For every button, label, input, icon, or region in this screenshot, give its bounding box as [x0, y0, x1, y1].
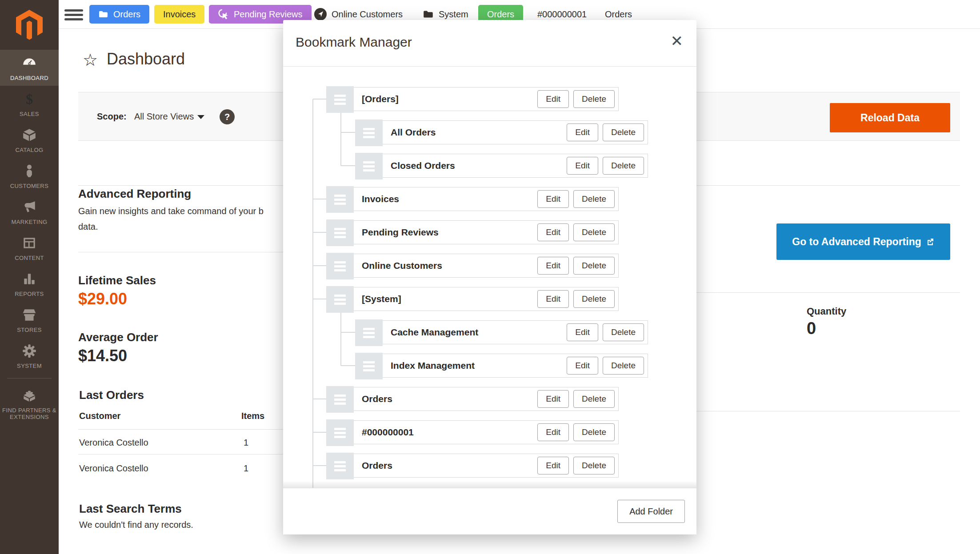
add-folder-button[interactable]: Add Folder [617, 500, 685, 523]
catalog-icon [2, 128, 57, 144]
topbar-item-000000001[interactable]: #000000001 [537, 9, 587, 20]
magento-logo-icon [16, 10, 43, 40]
sidebar: DASHBOARD $ SALES CATALOG CUSTOMERS MARK… [0, 0, 59, 554]
sidebar-item-customers[interactable]: CUSTOMERS [0, 158, 59, 194]
delete-button[interactable]: Delete [603, 124, 644, 141]
advanced-reporting-text-line1: Gain new insights and take command of yo… [78, 206, 264, 216]
topbar-item-system[interactable]: System [423, 8, 468, 20]
drag-handle-icon[interactable] [355, 120, 383, 146]
drag-handle-icon[interactable] [355, 153, 383, 179]
sidebar-item-sales[interactable]: $ SALES [0, 86, 59, 122]
drag-handle-icon[interactable] [326, 453, 354, 479]
bookmark-chip-invoices[interactable]: Invoices [154, 5, 204, 24]
drag-handle-icon[interactable] [326, 186, 354, 213]
average-order-value: $14.50 [78, 347, 127, 365]
drag-handle-icon[interactable] [326, 253, 354, 279]
bookmark-row-actions: Edit Delete [537, 190, 615, 208]
sidebar-item-reports[interactable]: REPORTS [0, 266, 59, 302]
delete-button[interactable]: Delete [603, 323, 644, 341]
modal-title: Bookmark Manager [296, 35, 412, 50]
svg-text:$: $ [26, 92, 33, 107]
delete-button[interactable]: Delete [573, 257, 615, 275]
bookmark-row-actions: Edit Delete [537, 90, 615, 108]
dashboard-icon [2, 56, 57, 72]
bookmark-label: Orders [362, 387, 392, 411]
bookmark-row-orders: Orders Edit Delete [327, 454, 619, 478]
bookmark-row-closed-orders: Closed Orders Edit Delete [356, 154, 648, 178]
go-to-advanced-reporting-button[interactable]: Go to Advanced Reporting [776, 223, 950, 260]
edit-button[interactable]: Edit [537, 257, 569, 275]
delete-button[interactable]: Delete [603, 357, 644, 375]
marketing-icon [2, 199, 57, 216]
stores-icon [2, 307, 57, 324]
drag-handle-icon[interactable] [355, 353, 383, 379]
reload-data-button[interactable]: Reload Data [830, 103, 950, 132]
tree-connector [313, 99, 327, 100]
delete-button[interactable]: Delete [573, 223, 615, 241]
drag-handle-icon[interactable] [326, 86, 354, 113]
favorite-star-icon[interactable]: ☆ [83, 52, 98, 68]
tree-connector [341, 332, 356, 333]
bookmark-label: Orders [362, 454, 392, 477]
sidebar-item-marketing[interactable]: MARKETING [0, 194, 59, 230]
edit-button[interactable]: Edit [537, 190, 569, 208]
bookmark-row-orders: Orders Edit Delete [327, 387, 619, 411]
chevron-down-icon[interactable] [197, 115, 204, 119]
delete-button[interactable]: Delete [573, 423, 615, 441]
edit-button[interactable]: Edit [537, 390, 569, 408]
bookmark-row-actions: Edit Delete [537, 290, 615, 308]
sidebar-item-catalog[interactable]: CATALOG [0, 122, 59, 158]
close-icon[interactable]: ✕ [671, 33, 684, 48]
scope-label: Scope: [97, 92, 127, 140]
edit-button[interactable]: Edit [537, 223, 569, 241]
help-icon[interactable]: ? [220, 109, 235, 124]
tree-connector [340, 111, 341, 166]
bookmark-label: [Orders] [362, 88, 399, 111]
edit-button[interactable]: Edit [567, 357, 598, 375]
bookmark-row-actions: Edit Delete [537, 423, 615, 441]
table-row[interactable]: Veronica Costello [79, 438, 148, 448]
sidebar-item-stores[interactable]: STORES [0, 302, 59, 338]
delete-button[interactable]: Delete [573, 290, 615, 308]
menu-hamburger-icon[interactable] [64, 7, 83, 21]
sidebar-item-find-partners-extensions[interactable]: FIND PARTNERS & EXTENSIONS [0, 382, 59, 425]
edit-button[interactable]: Edit [537, 290, 569, 308]
dark-folder-icon [423, 8, 434, 20]
delete-button[interactable]: Delete [603, 157, 644, 175]
bookmark-label: Pending Reviews [362, 221, 439, 244]
sidebar-item-system[interactable]: SYSTEM [0, 338, 59, 374]
table-cell-items: 1 [244, 463, 248, 474]
quantity-label: Quantity [807, 306, 846, 317]
topbar-item-orders[interactable]: Orders [605, 9, 632, 20]
sidebar-item-content[interactable]: CONTENT [0, 230, 59, 266]
drag-handle-icon[interactable] [326, 386, 354, 413]
average-order-label: Average Order [78, 331, 158, 344]
bookmark-row-cache-management: Cache Management Edit Delete [356, 320, 648, 344]
delete-button[interactable]: Delete [573, 190, 615, 208]
delete-button[interactable]: Delete [573, 90, 615, 108]
edit-button[interactable]: Edit [567, 323, 598, 341]
edit-button[interactable]: Edit [537, 423, 569, 441]
edit-button[interactable]: Edit [567, 157, 598, 175]
pending-review-icon [218, 8, 229, 20]
modal-footer: Add Folder [283, 488, 696, 534]
bookmark-row-pending-reviews: Pending Reviews Edit Delete [327, 220, 619, 244]
drag-handle-icon[interactable] [326, 419, 354, 446]
sidebar-item-dashboard[interactable]: DASHBOARD [0, 50, 59, 86]
edit-button[interactable]: Edit [537, 457, 569, 474]
bookmark-chip-orders[interactable]: Orders [89, 5, 149, 24]
drag-handle-icon[interactable] [355, 319, 383, 346]
delete-button[interactable]: Delete [573, 457, 615, 474]
edit-button[interactable]: Edit [567, 124, 598, 141]
magento-logo[interactable] [0, 0, 59, 50]
drag-handle-icon[interactable] [326, 219, 354, 246]
bookmark-row-actions: Edit Delete [567, 323, 644, 341]
topbar-item-online-customers[interactable]: Online Customers [314, 8, 403, 21]
delete-button[interactable]: Delete [573, 390, 615, 408]
bookmark-tree: [Orders] Edit Delete All Orders Edit Del… [283, 67, 696, 488]
scope-selector[interactable]: All Store Views [134, 92, 194, 140]
divider [696, 411, 960, 411]
drag-handle-icon[interactable] [326, 286, 354, 313]
edit-button[interactable]: Edit [537, 90, 569, 108]
table-row[interactable]: Veronica Costello [79, 463, 148, 474]
